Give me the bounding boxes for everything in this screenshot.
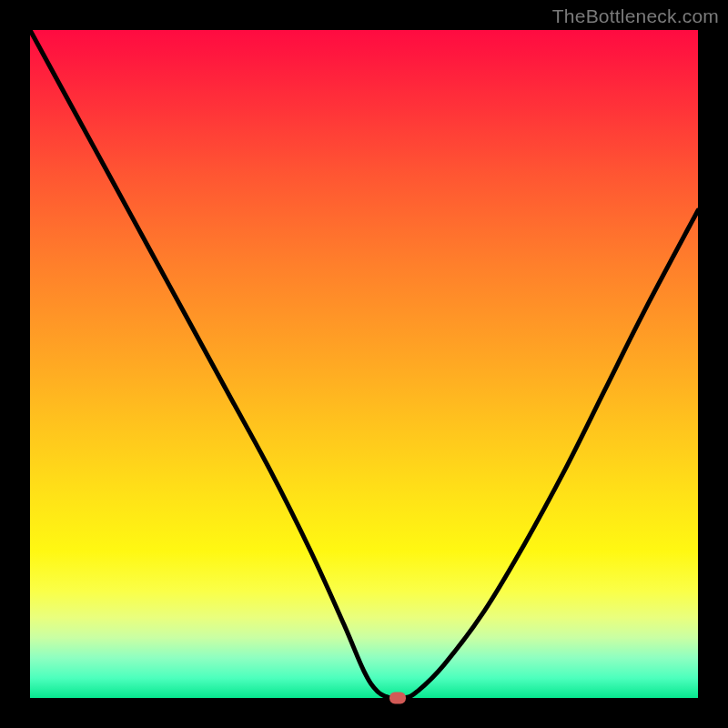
- min-marker: [389, 693, 406, 704]
- plot-area: [30, 30, 698, 698]
- curve-svg: [30, 30, 698, 698]
- bottleneck-curve: [30, 30, 698, 698]
- chart-frame: TheBottleneck.com: [0, 0, 728, 728]
- watermark: TheBottleneck.com: [552, 5, 719, 27]
